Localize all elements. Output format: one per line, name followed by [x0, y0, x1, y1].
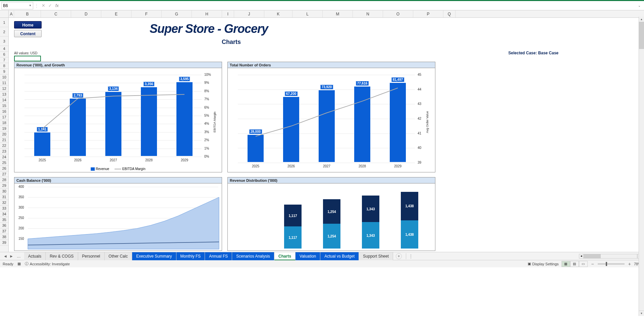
row-header[interactable]: 22	[0, 143, 8, 149]
formula-expand-icon[interactable]: ⌄	[636, 4, 643, 7]
sheet-tab[interactable]: Monthly FS	[176, 252, 205, 260]
row-header[interactable]: 9	[0, 69, 8, 74]
sheet-tab[interactable]: Rev & COGS	[46, 252, 78, 260]
home-button[interactable]: Home	[14, 21, 42, 29]
row-header[interactable]: 12	[0, 86, 8, 92]
row-header[interactable]: 20	[0, 131, 8, 137]
new-sheet-button[interactable]: +	[396, 253, 402, 259]
row-header[interactable]: 29	[0, 183, 8, 188]
view-normal-icon[interactable]: ▦	[561, 261, 570, 267]
row-header[interactable]: 16	[0, 109, 8, 114]
sheet-tab[interactable]: Support Sheet	[359, 252, 393, 260]
chart-revenue[interactable]: Revenue ('000), and Growth 0%1%2%3%4%5%6…	[14, 62, 222, 172]
column-header[interactable]: J	[234, 10, 264, 17]
chart-title: Revenue ('000), and Growth	[14, 62, 222, 68]
column-header[interactable]: B	[14, 10, 41, 17]
display-settings[interactable]: Display Settings	[532, 262, 559, 266]
name-box-dropdown-icon[interactable]: ▼	[29, 4, 32, 7]
row-header[interactable]: 4	[0, 46, 8, 52]
sheet-tab[interactable]: Valuation	[296, 252, 320, 260]
row-header[interactable]: 6	[0, 52, 8, 57]
column-header[interactable]: C	[41, 10, 71, 17]
row-header[interactable]: 37	[0, 228, 8, 234]
row-header[interactable]: 25	[0, 160, 8, 166]
vertical-scrollbar[interactable]: ▲ ▼	[639, 17, 644, 267]
column-header[interactable]: H	[192, 10, 222, 17]
chart-revdist[interactable]: Revenue Distribution ('000) 1,1171,1171,…	[227, 177, 435, 251]
column-header[interactable]: D	[71, 10, 101, 17]
row-header[interactable]: 36	[0, 223, 8, 228]
sheet-tab[interactable]: Personnel	[78, 252, 105, 260]
row-header[interactable]: 30	[0, 188, 8, 194]
column-header[interactable]: O	[383, 10, 413, 17]
row-header[interactable]: 11	[0, 80, 8, 86]
row-header[interactable]: 18	[0, 120, 8, 126]
row-header[interactable]: 31	[0, 194, 8, 200]
sheet-tab[interactable]: Scenarios Analysis	[232, 252, 274, 260]
sheet-tab[interactable]: Annual FS	[205, 252, 232, 260]
sheet-tab[interactable]: Executive Summary	[132, 252, 176, 260]
fx-label[interactable]: fx	[55, 3, 59, 8]
zoom-out-button[interactable]: −	[590, 261, 595, 267]
row-header[interactable]: 2	[0, 27, 8, 37]
row-header[interactable]: 7	[0, 57, 8, 63]
column-header[interactable]: F	[131, 10, 162, 17]
view-page-break-icon[interactable]: ▭	[579, 261, 588, 267]
row-header[interactable]: 8	[0, 63, 8, 69]
row-header[interactable]: 27	[0, 171, 8, 177]
row-header[interactable]: 34	[0, 211, 8, 217]
column-header[interactable]: L	[292, 10, 323, 17]
row-header[interactable]: 14	[0, 97, 8, 103]
row-header[interactable]: 13	[0, 92, 8, 97]
column-header[interactable]: N	[353, 10, 383, 17]
page-title: Super Store - Grocery	[150, 22, 268, 36]
row-header[interactable]: 17	[0, 114, 8, 120]
formula-input[interactable]	[61, 2, 636, 9]
name-box[interactable]: B6 ▼	[1, 2, 33, 9]
zoom-in-button[interactable]: +	[627, 261, 632, 267]
row-header[interactable]: 10	[0, 74, 8, 80]
row-header[interactable]: 26	[0, 166, 8, 171]
column-header[interactable]: G	[162, 10, 192, 17]
column-header[interactable]: I	[222, 10, 234, 17]
zoom-slider[interactable]	[598, 263, 625, 265]
column-header[interactable]: E	[101, 10, 131, 17]
display-settings-icon[interactable]: ▣	[528, 262, 531, 266]
column-header[interactable]: A	[9, 10, 14, 17]
macro-record-icon[interactable]: ▦	[17, 262, 21, 266]
row-header[interactable]: 39	[0, 240, 8, 246]
row-header[interactable]: 21	[0, 137, 8, 143]
sheet-tab[interactable]: Other Calc	[105, 252, 132, 260]
row-header[interactable]: 28	[0, 177, 8, 183]
row-header[interactable]: 24	[0, 154, 8, 160]
sheet-tab[interactable]: Actuals	[24, 252, 46, 260]
column-header[interactable]: Q	[443, 10, 455, 17]
row-header[interactable]: 19	[0, 126, 8, 131]
row-header[interactable]: 35	[0, 217, 8, 223]
scroll-thumb[interactable]	[639, 22, 644, 49]
worksheet[interactable]: Home Content Super Store - Grocery Chart…	[9, 18, 644, 252]
sheet-tab[interactable]: Charts	[274, 252, 296, 260]
chart-orders[interactable]: Total Number of Orders 3940414243444528,…	[227, 62, 435, 172]
row-header[interactable]: 3	[0, 37, 8, 46]
content-button[interactable]: Content	[14, 30, 42, 37]
row-header[interactable]: 38	[0, 234, 8, 240]
chart-cash[interactable]: Cash Balance ('000) 150200250300350400	[14, 177, 222, 251]
accessibility-status[interactable]: Accessibility: Investigate	[30, 262, 70, 266]
sheet-tab[interactable]: Actual vs Budget	[320, 252, 359, 260]
column-header[interactable]: P	[413, 10, 443, 17]
row-header[interactable]: 23	[0, 149, 8, 154]
row-header[interactable]: 15	[0, 103, 8, 109]
view-page-layout-icon[interactable]: ▤	[570, 261, 579, 267]
select-all-corner[interactable]	[0, 10, 9, 17]
column-header[interactable]: M	[323, 10, 353, 17]
row-header[interactable]: 1	[0, 18, 8, 27]
scroll-up-icon[interactable]: ▲	[639, 17, 644, 22]
hscroll-left-icon[interactable]: ◄	[579, 254, 584, 259]
column-header[interactable]: K	[264, 10, 292, 17]
accessibility-icon[interactable]: ⓘ	[25, 261, 29, 266]
tab-nav-buttons[interactable]: ◄►…	[0, 254, 24, 259]
row-header[interactable]: 32	[0, 200, 8, 206]
horizontal-scrollbar[interactable]	[584, 254, 637, 259]
row-header[interactable]: 33	[0, 206, 8, 211]
